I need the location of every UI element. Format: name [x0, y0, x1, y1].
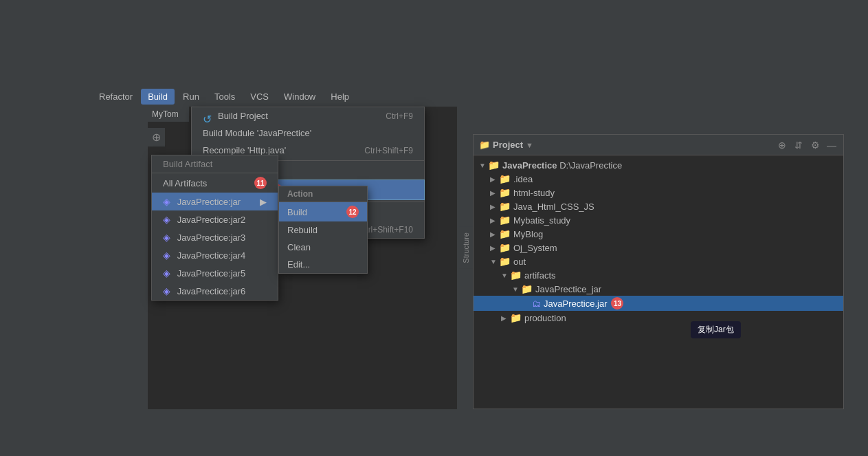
action-rebuild[interactable]: Rebuild [279, 221, 367, 239]
jar-folder-label: JavaPrectice_jar [535, 284, 601, 294]
mytom-bar: MyTom [148, 107, 189, 122]
toolbar-area: ⊕ [148, 128, 165, 146]
menu-help[interactable]: Help [324, 89, 356, 105]
mybatis-icon: 📁 [499, 215, 511, 226]
panel-icons-group: ⊕ ⇵ ⚙ — [776, 139, 838, 151]
project-panel-header: 📁 Project ▼ ⊕ ⇵ ⚙ — [474, 135, 843, 155]
out-chevron [490, 258, 497, 265]
menu-tools[interactable]: Tools [208, 89, 242, 105]
tree-out[interactable]: 📁 out [474, 254, 843, 268]
action-header: Action [279, 186, 367, 202]
project-tree: 📁 JavaPrectice D:\JavaPrectice 📁 .idea 📁… [474, 155, 843, 409]
menu-run[interactable]: Run [176, 89, 206, 105]
action-menu: Action Build 12 Rebuild Clean Edit... [278, 186, 368, 274]
artifact-submenu: Build Artifact All Artifacts 11 ◈ JavaPr… [151, 155, 278, 301]
build-module-item[interactable]: Build Module 'JavaPrectice' [192, 124, 424, 142]
root-chevron [479, 162, 486, 169]
idea-folder-icon: 📁 [499, 173, 511, 184]
action-edit[interactable]: Edit... [279, 256, 367, 273]
ojsystem-icon: 📁 [499, 242, 511, 253]
sync-icon[interactable]: ⊕ [776, 139, 788, 151]
build-badge: 12 [346, 206, 359, 218]
mybatis-chevron [490, 217, 497, 224]
tree-myblog[interactable]: 📁 MyBlog [474, 227, 843, 241]
action-build[interactable]: Build 12 [279, 202, 367, 221]
jar-file-badge: 13 [611, 297, 623, 310]
jar-folder-chevron [512, 285, 519, 293]
settings-icon[interactable]: ⚙ [809, 139, 821, 151]
build-arrow-icon: ↺ [203, 113, 210, 120]
myblog-label: MyBlog [513, 229, 543, 239]
jar-item-6[interactable]: ◈ JavaPrectice:jar6 [152, 282, 278, 300]
out-label: out [513, 257, 526, 267]
jar-file-label: JavaPrectice.jar [544, 298, 607, 309]
tree-mybatis[interactable]: 📁 Mybatis_study [474, 213, 843, 227]
project-panel: 📁 Project ▼ ⊕ ⇵ ⚙ — 📁 JavaPrectice D:\Ja… [473, 134, 844, 409]
production-label: production [524, 313, 566, 323]
java-html-label: Java_Html_CSS_JS [513, 202, 594, 212]
folder-icon-root: 📁 [479, 140, 490, 150]
artifacts-chevron [501, 272, 508, 279]
tree-javaprectice-jar-file[interactable]: 🗂 JavaPrectice.jar 13 [474, 296, 843, 311]
artifacts-icon: 📁 [510, 270, 522, 281]
ojsystem-label: Oj_System [513, 243, 557, 253]
java-html-icon: 📁 [499, 201, 511, 212]
menu-refactor[interactable]: Refactor [92, 89, 140, 105]
tree-root[interactable]: 📁 JavaPrectice D:\JavaPrectice [474, 158, 843, 172]
tree-artifacts[interactable]: 📁 artifacts [474, 268, 843, 282]
menu-window[interactable]: Window [277, 89, 322, 105]
artifact-icon-2: ◈ [163, 214, 170, 225]
ojsystem-chevron [490, 244, 497, 252]
production-icon: 📁 [510, 312, 522, 323]
minimize-icon[interactable]: — [825, 139, 838, 151]
artifact-icon-4: ◈ [163, 250, 170, 261]
structure-tab[interactable]: Structure [459, 227, 473, 269]
tree-ojsystem[interactable]: 📁 Oj_System [474, 241, 843, 254]
action-clean[interactable]: Clean [279, 239, 367, 256]
collapse-icon[interactable]: ⇵ [792, 139, 805, 151]
idea-chevron [490, 175, 497, 183]
jar-item-2[interactable]: ◈ JavaPrectice:jar2 [152, 210, 278, 228]
panel-title: 📁 Project ▼ [479, 140, 533, 150]
jar-item-3[interactable]: ◈ JavaPrectice:jar3 [152, 228, 278, 246]
tree-idea[interactable]: 📁 .idea [474, 172, 843, 186]
artifact-icon-5: ◈ [163, 268, 170, 279]
idea-label: .idea [513, 174, 533, 184]
tooltip: 复制Jar包 [691, 321, 741, 338]
tree-javaprectice-jar-folder[interactable]: 📁 JavaPrectice_jar [474, 282, 843, 296]
html-study-chevron [490, 189, 497, 197]
jar-item-1[interactable]: ◈ JavaPrectice:jar ▶ [152, 193, 278, 210]
menu-vcs[interactable]: VCS [243, 89, 276, 105]
jar-item-5[interactable]: ◈ JavaPrectice:jar5 [152, 264, 278, 282]
mytom-label: MyTom [152, 109, 179, 119]
all-artifacts-item[interactable]: All Artifacts 11 [152, 173, 278, 193]
root-label: JavaPrectice D:\JavaPrectice [502, 160, 622, 171]
html-study-label: html-study [513, 188, 555, 198]
jar-folder-icon: 📁 [521, 283, 533, 294]
all-artifacts-badge: 11 [254, 177, 267, 189]
root-folder-icon: 📁 [488, 160, 500, 171]
tree-html-study[interactable]: 📁 html-study [474, 186, 843, 199]
production-chevron [501, 314, 508, 322]
jar-item-4[interactable]: ◈ JavaPrectice:jar4 [152, 246, 278, 264]
menu-bar: Refactor Build Run Tools VCS Window Help [89, 86, 359, 107]
artifacts-label: artifacts [524, 270, 556, 281]
out-icon: 📁 [499, 256, 511, 267]
jar-file-icon: 🗂 [532, 298, 541, 309]
mybatis-label: Mybatis_study [513, 215, 570, 226]
html-study-icon: 📁 [499, 187, 511, 198]
myblog-icon: 📁 [499, 228, 511, 239]
tree-production[interactable]: 📁 production [474, 311, 843, 325]
tree-java-html[interactable]: 📁 Java_Html_CSS_JS [474, 199, 843, 213]
artifact-icon-6: ◈ [163, 285, 170, 296]
java-html-chevron [490, 203, 497, 210]
globe-icon[interactable]: ⊕ [152, 131, 161, 143]
build-project-item[interactable]: ↺ Build Project Ctrl+F9 [192, 107, 424, 124]
artifact-icon-1: ◈ [163, 196, 170, 207]
artifact-icon-3: ◈ [163, 232, 170, 243]
menu-build[interactable]: Build [141, 89, 175, 105]
artifact-submenu-header: Build Artifact [152, 155, 278, 173]
myblog-chevron [490, 230, 497, 238]
